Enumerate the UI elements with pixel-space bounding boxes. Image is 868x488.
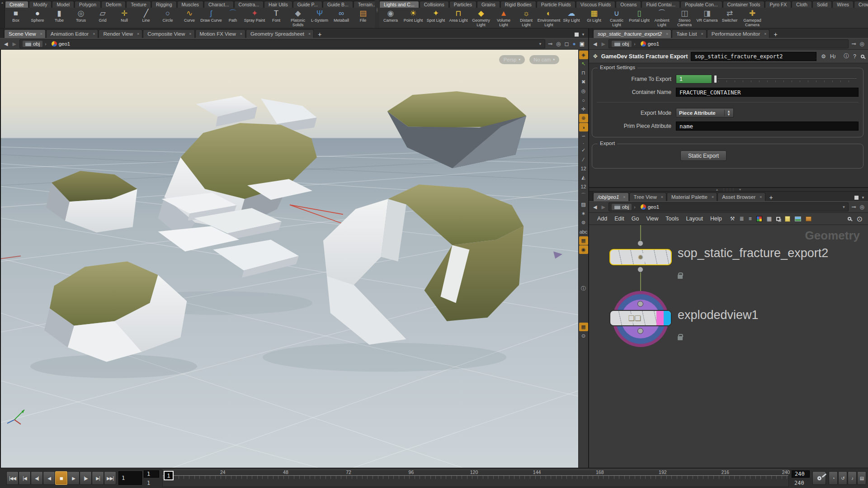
back-icon[interactable]: ◀ [592, 41, 598, 47]
layers-icon[interactable] [776, 217, 780, 221]
pane-maximize-icon[interactable] [575, 33, 579, 37]
shelf-tool[interactable]: ▯ Portal Light [628, 9, 651, 23]
add-pane-tab-button[interactable]: + [770, 31, 781, 38]
pane-tab[interactable]: Material Palette× [667, 192, 717, 201]
shelf-tab[interactable]: Oceans [616, 1, 641, 8]
forward-icon[interactable]: ▶ [600, 204, 606, 210]
shelf-tool[interactable]: ⌒ Path [222, 9, 244, 23]
close-tab-icon[interactable]: × [665, 32, 669, 36]
close-tab-icon[interactable]: × [763, 32, 767, 36]
tree-view-icon[interactable]: ≣ [740, 216, 744, 222]
pane-tab[interactable]: Tree View× [629, 192, 666, 201]
audio-button[interactable]: ♪ [848, 471, 857, 485]
lasso-select-icon[interactable]: ∽ [579, 132, 588, 141]
disable-lighting-icon[interactable]: ✖ [579, 78, 588, 86]
go-end-button[interactable]: ▶▶| [104, 471, 116, 485]
shelf-tab[interactable]: Collisions [420, 1, 449, 8]
group-list-icon[interactable]: ⊜ [579, 218, 588, 227]
range-start-field[interactable]: 1 [144, 470, 159, 478]
shelf-tab[interactable]: Muscles [177, 1, 204, 8]
shelf-tab[interactable]: Particles [449, 1, 476, 8]
pane-tab[interactable]: sop_static_fracture_export2× [593, 29, 671, 38]
close-tab-icon[interactable]: × [307, 32, 311, 36]
pin-icon[interactable]: ⊸ [547, 41, 553, 47]
palette-icon[interactable] [756, 216, 762, 222]
close-tab-icon[interactable]: × [711, 195, 715, 199]
high-quality-lighting-icon[interactable]: ✛ [579, 105, 588, 113]
shelf-tool[interactable]: ◎ Torus [70, 9, 92, 23]
radial-menu-icon[interactable]: ◎ [859, 204, 865, 210]
breadcrumb[interactable]: obj › geo1 [609, 39, 849, 48]
shelf-tab[interactable]: Rigging [151, 1, 177, 8]
breadcrumb-geo1[interactable]: geo1 [638, 204, 662, 210]
display-flag[interactable] [664, 311, 671, 325]
shelf-tab[interactable]: Terrain... [354, 1, 375, 8]
shelf-tool[interactable]: ▱ Grid [92, 9, 113, 23]
snapping-icon[interactable]: ⊕ [579, 114, 588, 122]
back-icon[interactable]: ◀ [592, 204, 598, 210]
menu-item[interactable]: Layout [683, 216, 707, 222]
shelf-tool[interactable]: ▲ Volume Light [492, 9, 515, 27]
shelf-tool[interactable]: ʃ Draw Curve [200, 9, 222, 23]
pane-tab[interactable]: Performance Monitor× [707, 29, 770, 38]
shelf-tab[interactable]: Wires [832, 1, 854, 8]
shelf-tool[interactable]: Ψ L-System [309, 9, 330, 23]
show-prim-numbers-icon[interactable]: 12 [579, 182, 588, 191]
shelf-tool[interactable]: ◉ Camera [379, 9, 402, 23]
go-start-button[interactable]: |◀◀ [6, 471, 19, 485]
snapshot-frame-icon[interactable]: ▣ [579, 41, 585, 47]
pane-handle[interactable] [589, 28, 593, 38]
shelf-tool[interactable]: ∪ Caustic Light [605, 9, 628, 27]
pane-handle[interactable] [589, 192, 593, 201]
pane-handle[interactable] [0, 28, 4, 38]
divider-dot-icon[interactable]: · [579, 141, 588, 145]
shelf-tool[interactable]: ◆ Geometry Light [470, 9, 492, 27]
path-dropdown-icon[interactable]: ▼ [842, 205, 846, 209]
help-icon[interactable]: ? [853, 53, 856, 60]
gear-icon[interactable]: ⚙ [821, 53, 826, 60]
back-icon[interactable]: ◀ [3, 41, 9, 47]
shelf-tab[interactable]: Particle Fluids [537, 1, 576, 8]
forward-icon[interactable]: ▶ [600, 41, 606, 47]
viewport-3d[interactable]: Persp▾ No cam▾ [0, 50, 578, 468]
view-lock-icon[interactable]: ⊓ [579, 69, 588, 77]
show-brushes-icon[interactable]: ✓ [579, 146, 588, 155]
shelf-dock-handle[interactable]: ▲ [0, 0, 5, 28]
node-output-dot[interactable] [637, 267, 643, 272]
network-help-icon[interactable]: Ƕ [830, 53, 835, 60]
path-dropdown-icon[interactable]: ▼ [538, 42, 542, 46]
shelf-tab[interactable]: Rigid Bodies [500, 1, 536, 8]
step-back-button[interactable]: ◀| [31, 471, 43, 485]
menu-item[interactable]: Go [628, 216, 643, 222]
camera-menu-button[interactable]: No cam▾ [529, 55, 559, 64]
radial-menu-icon[interactable]: ◎ [555, 41, 561, 47]
breadcrumb[interactable]: obj › geo1 ▼ [19, 39, 545, 48]
shelf-tool[interactable]: ✦ Spray Paint [244, 9, 265, 23]
shelf-tab[interactable]: Viscous Fluids [576, 1, 616, 8]
shelf-tab[interactable]: Create [5, 1, 28, 8]
pane-splitter[interactable]: ▲⋮⋮⋮⋮▼ [589, 188, 868, 192]
next-key-button[interactable]: ▶| [92, 471, 104, 485]
menu-item[interactable]: Tools [662, 216, 682, 222]
search-icon[interactable] [848, 217, 851, 221]
background-image-icon[interactable] [795, 216, 801, 221]
shelf-tool[interactable]: ○ Circle [157, 9, 179, 23]
show-prims-icon[interactable]: ◭ [579, 173, 588, 182]
breadcrumb-obj[interactable]: obj [23, 41, 42, 47]
shelf-tool[interactable]: ■ Box [5, 9, 27, 23]
close-tab-icon[interactable]: × [660, 195, 664, 199]
list-view-icon[interactable]: ≡ [749, 216, 752, 222]
shading-cube-icon[interactable]: ◻ [563, 41, 570, 47]
prim-piece-attribute-field[interactable]: name [676, 122, 859, 131]
node-explodedview1[interactable]: ❏❏ [609, 310, 672, 326]
pane-tab[interactable]: Geometry Spreadsheet× [246, 29, 314, 38]
close-tab-icon[interactable]: × [39, 32, 43, 36]
close-tab-icon[interactable]: × [759, 195, 763, 199]
shelf-tab[interactable]: Guide B... [323, 1, 353, 8]
normal-lighting-icon[interactable]: ○ [579, 96, 588, 104]
shelf-tab[interactable]: Solid [812, 1, 832, 8]
shelf-tool[interactable]: ⊓ Area Light [447, 9, 470, 23]
pane-menu-icon[interactable]: ▼ [581, 33, 585, 37]
pane-menu-icon[interactable]: ▼ [861, 196, 865, 200]
add-pane-tab-button[interactable]: + [766, 194, 777, 201]
